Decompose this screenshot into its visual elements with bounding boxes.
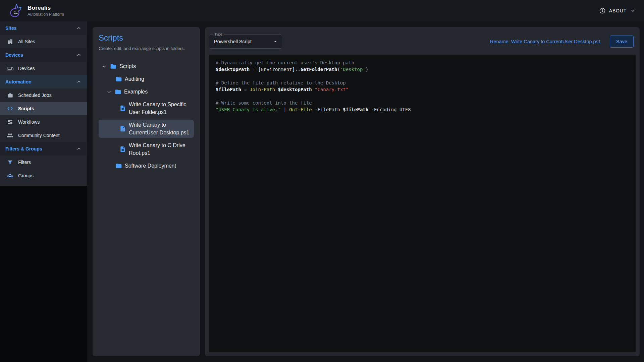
tree-folder-scripts[interactable]: Scripts bbox=[99, 61, 194, 71]
groups-icon bbox=[7, 172, 13, 179]
sidebar-item-filters[interactable]: Filters bbox=[0, 156, 87, 169]
sidebar-item-label: Devices bbox=[18, 66, 35, 71]
sidebar-item-scheduled-jobs[interactable]: Scheduled Jobs bbox=[0, 88, 87, 102]
chevron-down-icon bbox=[630, 8, 636, 14]
tree-item-label: Auditing bbox=[125, 75, 144, 83]
tree-item-label: Scripts bbox=[119, 62, 136, 70]
workflow-icon bbox=[7, 119, 13, 125]
editor-toolbar: Type Powershell Script Rename: Write Can… bbox=[209, 31, 636, 51]
sidebar-section-automation[interactable]: Automation bbox=[0, 75, 87, 88]
sidebar-item-label: Filters bbox=[18, 160, 31, 165]
tree-item-label: Software Deployment bbox=[125, 162, 176, 170]
sidebar-section-filters-groups[interactable]: Filters & Groups bbox=[0, 142, 87, 156]
tree-item-label: Write Canary to Specific User Folder.ps1 bbox=[129, 101, 191, 116]
chevron-down-icon[interactable] bbox=[101, 63, 107, 69]
sidebar-item-label: Scripts bbox=[18, 106, 34, 111]
scripts-panel: Scripts Create, edit, and rearrange scri… bbox=[93, 27, 200, 356]
tree-item-label: Examples bbox=[124, 88, 148, 96]
tree-folder-auditing[interactable]: Auditing bbox=[99, 74, 194, 84]
chevron-up-icon bbox=[76, 146, 82, 152]
app-subtitle: Automation Platform bbox=[28, 12, 64, 17]
sidebar-item-label: Groups bbox=[18, 173, 34, 178]
tree-item-label: Write Canary to C Drive Root.ps1 bbox=[129, 141, 191, 157]
panel-subtitle: Create, edit, and rearrange scripts in f… bbox=[99, 46, 194, 51]
section-label: Sites bbox=[5, 25, 16, 31]
sidebar-item-devices[interactable]: Devices bbox=[0, 62, 87, 75]
brand: Borealis Automation Platform bbox=[8, 3, 64, 18]
code-editor[interactable]: # Dynamically get the current user's Des… bbox=[209, 55, 636, 352]
folder-icon bbox=[115, 76, 122, 82]
tree-folder-examples[interactable]: Examples bbox=[99, 86, 194, 97]
tree-item-label: Write Canary to CurrentUser Desktop.ps1 bbox=[129, 121, 191, 136]
section-label: Filters & Groups bbox=[5, 146, 42, 152]
sidebar-section-sites[interactable]: Sites bbox=[0, 21, 87, 35]
sidebar-item-label: Scheduled Jobs bbox=[18, 93, 52, 98]
people-icon bbox=[7, 132, 13, 139]
script-type-select[interactable]: Type Powershell Script bbox=[209, 35, 282, 49]
tree-folder-software-deployment[interactable]: Software Deployment bbox=[99, 161, 194, 171]
sidebar-item-label: Workflows bbox=[18, 119, 40, 125]
chevron-up-icon bbox=[76, 79, 82, 85]
code-content: # Dynamically get the current user's Des… bbox=[216, 59, 629, 113]
sidebar-item-all-sites[interactable]: All Sites bbox=[0, 35, 87, 48]
chevron-down-icon[interactable] bbox=[106, 89, 112, 95]
briefcase-icon bbox=[7, 92, 13, 99]
script-file-icon bbox=[119, 105, 126, 112]
sidebar-item-community-content[interactable]: Community Content bbox=[0, 129, 87, 142]
sidebar-nav: Sites All Sites Devices bbox=[0, 21, 87, 186]
devices-icon bbox=[7, 65, 13, 72]
dropdown-caret-icon bbox=[272, 39, 278, 45]
rename-link[interactable]: Rename: Write Canary to CurrentUser Desk… bbox=[490, 39, 601, 44]
section-label: Devices bbox=[5, 52, 23, 58]
folder-icon bbox=[115, 163, 122, 169]
about-menu-button[interactable]: ABOUT bbox=[599, 7, 636, 14]
folder-icon bbox=[115, 88, 121, 95]
info-icon bbox=[599, 7, 606, 14]
panel-title: Scripts bbox=[99, 33, 194, 43]
chevron-up-icon bbox=[76, 52, 82, 58]
left-column: Sites All Sites Devices bbox=[0, 21, 87, 362]
app-title: Borealis bbox=[28, 5, 64, 11]
borealis-logo bbox=[8, 3, 23, 18]
sidebar-section-devices[interactable]: Devices bbox=[0, 48, 87, 62]
sidebar-item-groups[interactable]: Groups bbox=[0, 169, 87, 182]
section-label: Automation bbox=[5, 79, 32, 84]
tree-file-write-canary-currentuser-desktop[interactable]: Write Canary to CurrentUser Desktop.ps1 bbox=[99, 120, 194, 138]
chevron-up-icon bbox=[76, 25, 82, 31]
building-icon bbox=[7, 38, 13, 45]
save-button[interactable]: Save bbox=[610, 36, 634, 48]
sidebar-item-label: Community Content bbox=[18, 133, 60, 138]
type-select-label: Type bbox=[213, 32, 224, 36]
folder-icon bbox=[110, 63, 117, 70]
type-select-value: Powershell Script bbox=[214, 39, 252, 44]
sidebar-item-workflows[interactable]: Workflows bbox=[0, 115, 87, 129]
scripts-tree: Scripts Auditing Examples bbox=[99, 61, 194, 171]
sidebar-item-scripts[interactable]: Scripts bbox=[0, 102, 87, 115]
script-editor-panel: Type Powershell Script Rename: Write Can… bbox=[205, 27, 640, 356]
script-file-icon bbox=[119, 125, 126, 132]
tree-file-write-canary-c-drive-root[interactable]: Write Canary to C Drive Root.ps1 bbox=[99, 140, 194, 158]
main-content: Scripts Create, edit, and rearrange scri… bbox=[87, 21, 644, 362]
code-icon bbox=[7, 105, 13, 112]
sidebar-item-label: All Sites bbox=[18, 39, 35, 44]
script-file-icon bbox=[119, 146, 126, 153]
topbar: Borealis Automation Platform ABOUT bbox=[0, 0, 644, 21]
tree-file-write-canary-specific-user[interactable]: Write Canary to Specific User Folder.ps1 bbox=[99, 99, 194, 117]
about-label: ABOUT bbox=[609, 8, 627, 13]
filter-icon bbox=[7, 159, 13, 166]
